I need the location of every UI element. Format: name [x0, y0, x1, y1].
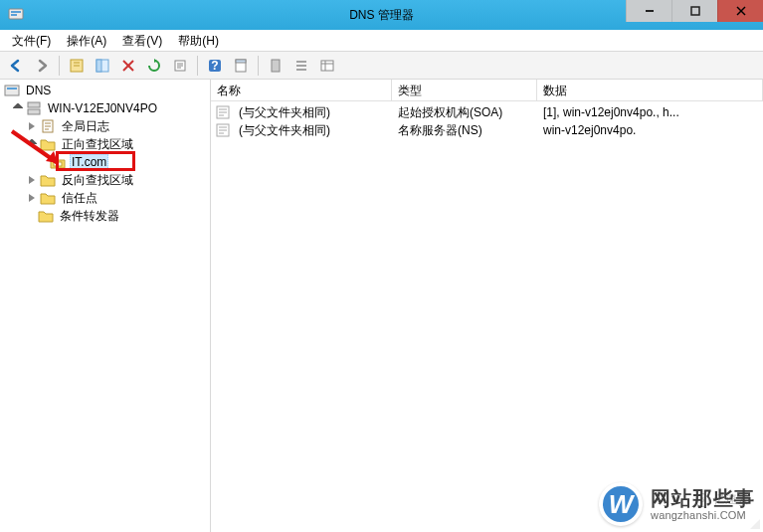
folder-icon [40, 172, 56, 188]
tree-label: 条件转发器 [58, 208, 121, 225]
column-header-name[interactable]: 名称 [211, 80, 392, 100]
tree-label: 反向查找区域 [60, 172, 135, 189]
svg-rect-18 [321, 61, 333, 71]
watermark-text-cn: 网站那些事 [651, 487, 755, 509]
tree-node-forwarders[interactable]: 条件转发器 [0, 207, 210, 225]
toolbar: ? [0, 52, 763, 80]
server-icon [26, 100, 42, 116]
toolbar-separator [258, 56, 259, 76]
export-button[interactable] [168, 54, 192, 78]
cell-name: (与父文件夹相同) [233, 104, 392, 121]
log-icon [40, 118, 56, 134]
watermark: W 网站那些事 wangzhanshi.COM [599, 482, 755, 526]
help-button[interactable]: ? [203, 54, 227, 78]
forward-button[interactable] [30, 54, 54, 78]
svg-rect-24 [54, 162, 62, 166]
folder-icon [40, 136, 56, 152]
expand-collapse-icon[interactable] [26, 120, 38, 132]
tree-pane[interactable]: DNS WIN-V12EJ0NV4PO 全局日志 正向查找区域 IT.com [0, 80, 211, 532]
zone-icon [50, 154, 66, 170]
svg-rect-19 [5, 86, 19, 95]
expand-collapse-icon[interactable] [12, 102, 24, 114]
svg-text:?: ? [211, 59, 218, 73]
tree-node-trust[interactable]: 信任点 [0, 189, 210, 207]
cell-type: 名称服务器(NS) [392, 122, 537, 139]
list-row[interactable]: (与父文件夹相同) 名称服务器(NS) win-v12ej0nv4po. [211, 121, 763, 139]
tree-label: IT.com [70, 154, 108, 170]
dns-icon [4, 83, 20, 98]
app-icon [8, 6, 24, 25]
tree-label: 正向查找区域 [60, 136, 135, 153]
window-controls [626, 0, 763, 22]
toolbar-separator [59, 56, 60, 76]
svg-rect-16 [236, 60, 246, 63]
svg-rect-1 [11, 11, 21, 13]
menu-action[interactable]: 操作(A) [59, 30, 114, 52]
record-icon [215, 104, 231, 120]
svg-rect-17 [272, 60, 280, 72]
list-row[interactable]: (与父文件夹相同) 起始授权机构(SOA) [1], win-v12ej0nv4… [211, 103, 763, 121]
list-button[interactable] [289, 54, 313, 78]
folder-icon [38, 208, 54, 224]
refresh-button[interactable] [142, 54, 166, 78]
window-title: DNS 管理器 [349, 7, 414, 24]
menu-view[interactable]: 查看(V) [114, 30, 170, 52]
list-body[interactable]: (与父文件夹相同) 起始授权机构(SOA) [1], win-v12ej0nv4… [211, 101, 763, 532]
menu-bar: 文件(F) 操作(A) 查看(V) 帮助(H) [0, 30, 763, 52]
tree-node-forward-zones[interactable]: 正向查找区域 [0, 135, 210, 153]
minimize-button[interactable] [626, 0, 671, 22]
tree-label: WIN-V12EJ0NV4PO [46, 101, 159, 115]
tree-label: 全局日志 [60, 118, 111, 135]
new-window-button[interactable] [65, 54, 89, 78]
delete-button[interactable] [116, 54, 140, 78]
tree-node-dns-root[interactable]: DNS [0, 82, 210, 99]
record-icon [215, 122, 231, 138]
toolbar-separator [197, 56, 198, 76]
properties-button[interactable] [229, 54, 253, 78]
tree-label: 信任点 [60, 190, 99, 207]
column-header-data[interactable]: 数据 [537, 80, 763, 100]
maximize-button[interactable] [671, 0, 717, 22]
svg-rect-21 [28, 102, 40, 107]
title-bar: DNS 管理器 [0, 0, 763, 30]
expand-collapse-icon[interactable] [26, 138, 38, 150]
cell-data: [1], win-v12ej0nv4po., h... [537, 105, 763, 119]
tree-node-global-log[interactable]: 全局日志 [0, 117, 210, 135]
expand-collapse-icon[interactable] [26, 174, 38, 186]
console-tree-button[interactable] [91, 54, 114, 78]
tree-label: DNS [24, 84, 53, 97]
list-header: 名称 类型 数据 [211, 80, 763, 101]
tree-node-server[interactable]: WIN-V12EJ0NV4PO [0, 99, 210, 117]
folder-icon [40, 190, 56, 206]
svg-rect-2 [11, 14, 17, 16]
cell-name: (与父文件夹相同) [233, 122, 392, 139]
svg-rect-9 [96, 60, 101, 72]
filter-button[interactable] [264, 54, 287, 78]
tree-node-itcom[interactable]: IT.com [0, 153, 210, 171]
cell-data: win-v12ej0nv4po. [537, 123, 763, 137]
back-button[interactable] [4, 54, 28, 78]
main-area: DNS WIN-V12EJ0NV4PO 全局日志 正向查找区域 IT.com [0, 80, 763, 532]
tree-node-reverse-zones[interactable]: 反向查找区域 [0, 171, 210, 189]
svg-rect-22 [28, 109, 40, 114]
cell-type: 起始授权机构(SOA) [392, 104, 537, 121]
svg-rect-4 [691, 7, 699, 15]
expand-collapse-icon[interactable] [26, 192, 38, 204]
watermark-text-en: wangzhanshi.COM [651, 509, 755, 521]
close-button[interactable] [717, 0, 763, 22]
svg-rect-20 [7, 88, 17, 89]
column-header-type[interactable]: 类型 [392, 80, 537, 100]
menu-help[interactable]: 帮助(H) [170, 30, 227, 52]
detail-button[interactable] [315, 54, 339, 78]
list-pane: 名称 类型 数据 (与父文件夹相同) 起始授权机构(SOA) [1], win-… [211, 80, 763, 532]
menu-file[interactable]: 文件(F) [4, 30, 59, 52]
watermark-logo: W [599, 482, 643, 526]
